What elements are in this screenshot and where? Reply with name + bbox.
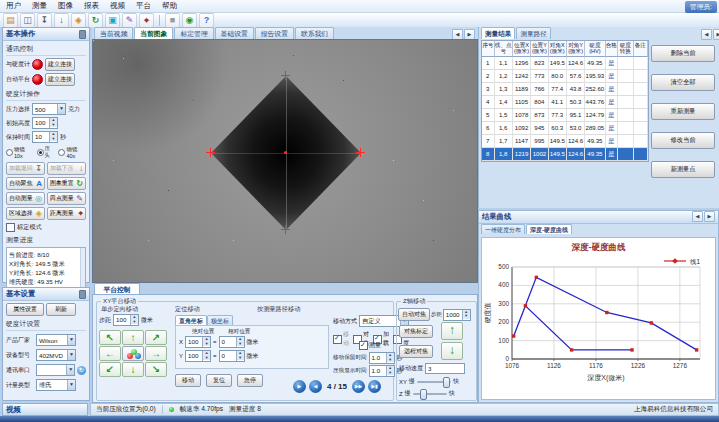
property-settings-button[interactable]: 属性设置 xyxy=(6,303,44,316)
capture-icon[interactable]: ▣ xyxy=(105,13,120,28)
move-button[interactable]: 移动 xyxy=(175,374,201,387)
indent-show-time-stepper[interactable]: 1.0 ▲▼ xyxy=(369,365,395,377)
connect-button[interactable]: 建立连接 xyxy=(45,58,75,71)
table-row[interactable]: 51,5107887377.395.1124.79是 xyxy=(482,109,648,122)
delete-current-button[interactable]: 删除当前 xyxy=(651,45,715,62)
menu-item[interactable]: 报表 xyxy=(84,1,99,11)
remote-focus-button[interactable]: 远程对焦 xyxy=(399,345,433,358)
table-row[interactable]: 71,71147995149.5124.649.35是 xyxy=(482,135,648,148)
slider-track[interactable] xyxy=(417,381,451,383)
pad-center[interactable] xyxy=(122,346,144,361)
z-up-button[interactable]: ↑ xyxy=(441,322,463,340)
menu-item[interactable]: 测量 xyxy=(32,1,47,11)
go-last-button[interactable]: ▶▮ xyxy=(368,380,381,393)
edit-measure-icon[interactable]: ✎ xyxy=(122,13,137,28)
coordinate-tab[interactable]: 极坐标 xyxy=(207,315,233,325)
menu-item[interactable]: 用户 xyxy=(6,1,21,11)
load-return-icon[interactable]: ↧ xyxy=(37,13,52,28)
tab-5[interactable]: 联系我们 xyxy=(295,27,334,39)
action-button[interactable]: 自动聚焦A xyxy=(6,177,45,190)
help-icon[interactable]: ? xyxy=(199,13,214,28)
stepper-arrows-icon[interactable]: ▲▼ xyxy=(236,337,244,347)
move-down-right-button[interactable]: ↘ xyxy=(145,362,167,377)
menu-item[interactable]: 平台 xyxy=(136,1,151,11)
stepper-arrows-icon[interactable]: ▲▼ xyxy=(202,351,210,361)
action-button[interactable]: 图象重置↻ xyxy=(47,177,86,190)
platform-nav-icon[interactable]: ◈ xyxy=(71,13,86,28)
step-forward-button[interactable]: ▶▶ xyxy=(352,380,365,393)
move-right-button[interactable]: → xyxy=(145,346,167,361)
auto-focus-icon[interactable]: ↻ xyxy=(88,13,103,28)
pin-icon[interactable] xyxy=(79,30,86,39)
slider-track[interactable] xyxy=(413,393,447,395)
tab-3[interactable]: 基础设置 xyxy=(215,27,254,39)
field-select[interactable]: 402MVD▼ xyxy=(36,349,76,361)
refresh-port-icon[interactable]: ↻ xyxy=(77,366,86,375)
objective-option[interactable]: 压头 xyxy=(37,145,56,159)
focus-calibration-button[interactable]: 对焦标定 xyxy=(399,325,433,338)
action-button[interactable]: 加载退回↧ xyxy=(6,162,45,175)
tab-scroll-left-icon[interactable]: ◀ xyxy=(701,29,712,40)
move-left-button[interactable]: ← xyxy=(99,346,121,361)
stop-icon[interactable]: ■ xyxy=(165,13,180,28)
clear-all-button[interactable]: 清空全部 xyxy=(651,74,715,91)
save-icon[interactable]: ◫ xyxy=(20,13,35,28)
z-step-stepper[interactable]: 1000 ▲▼ xyxy=(443,309,471,321)
tab-results-1[interactable]: 测量路径 xyxy=(516,27,550,39)
stepper-arrows-icon[interactable]: ▲▼ xyxy=(386,353,394,363)
stepper-arrows-icon[interactable]: ▲▼ xyxy=(49,118,57,128)
play-button[interactable]: ▶ xyxy=(293,380,306,393)
action-button[interactable]: 加载下压↓ xyxy=(47,162,86,175)
move-up-button[interactable]: ↑ xyxy=(122,330,144,345)
z-down-button[interactable]: ↓ xyxy=(441,342,463,360)
coordinate-tab[interactable]: 直角坐标 xyxy=(175,315,207,325)
remeasure-button[interactable]: 重新测量 xyxy=(651,103,715,120)
move-up-right-button[interactable]: ↗ xyxy=(145,330,167,345)
action-button[interactable]: 区域选择◈ xyxy=(6,207,45,220)
field-select[interactable]: Wilson▼ xyxy=(36,334,76,346)
pin-icon[interactable] xyxy=(79,290,86,299)
force-select[interactable]: 500 ▼ xyxy=(32,103,66,115)
auto-focus-button[interactable]: 自动对焦 xyxy=(398,308,430,321)
rel-position-stepper[interactable]: 0▲▼ xyxy=(219,350,245,362)
stepper-arrows-icon[interactable]: ▲▼ xyxy=(202,337,210,347)
table-row[interactable]: 41,4110580441.150.3443.76是 xyxy=(482,96,648,109)
move-up-left-button[interactable]: ↖ xyxy=(99,330,121,345)
stepper-arrows-icon[interactable]: ▲▼ xyxy=(462,310,470,320)
tab-curve-0[interactable]: 一维硬度分布 xyxy=(481,224,525,234)
abs-position-stepper[interactable]: 100▲▼ xyxy=(185,350,211,362)
stop-button[interactable]: 急停 xyxy=(237,374,263,387)
hold-stepper[interactable]: 10 ▲▼ xyxy=(32,131,58,143)
step-stepper[interactable]: 100 ▲▼ xyxy=(113,314,139,326)
tab-scroll-right-icon[interactable]: ▶ xyxy=(713,29,719,40)
abs-position-stepper[interactable]: 100▲▼ xyxy=(185,336,211,348)
rel-position-stepper[interactable]: 0▲▼ xyxy=(219,336,245,348)
tab-0[interactable]: 当前视频 xyxy=(94,27,133,39)
scroll-right-icon[interactable]: ▶ xyxy=(704,211,715,222)
open-file-icon[interactable]: ▤ xyxy=(3,13,18,28)
checkbox-option[interactable]: 移动 xyxy=(333,330,349,348)
menu-item[interactable]: 图像 xyxy=(58,1,73,11)
reset-button[interactable]: 复位 xyxy=(206,374,232,387)
tab-1[interactable]: 当前图象 xyxy=(134,27,173,39)
refresh-button[interactable]: 刷新 xyxy=(46,303,76,316)
action-button[interactable]: 距离测量⌖ xyxy=(47,207,86,220)
objective-option[interactable]: 物镜10x xyxy=(6,146,34,159)
action-button[interactable]: 四点测量✎ xyxy=(47,192,86,205)
slider-thumb[interactable] xyxy=(443,377,450,388)
stepper-arrows-icon[interactable]: ▲▼ xyxy=(386,366,394,376)
load-press-icon[interactable]: ↓ xyxy=(54,13,69,28)
step-back-button[interactable]: ◀ xyxy=(309,380,322,393)
field-select[interactable]: 维氏▼ xyxy=(36,379,76,391)
move-down-button[interactable]: ↓ xyxy=(122,362,144,377)
tab-results-0[interactable]: 测量结果 xyxy=(481,27,515,39)
measure-tool-icon[interactable]: ⌖ xyxy=(139,13,154,28)
stepper-arrows-icon[interactable]: ▲▼ xyxy=(236,351,244,361)
scroll-left-icon[interactable]: ◀ xyxy=(692,211,703,222)
calibration-mode-row[interactable]: 标定模式 xyxy=(6,223,86,232)
table-row[interactable]: 31,3118976677.443.8252.60是 xyxy=(482,83,648,96)
move-hold-time-stepper[interactable]: 1.0 ▲▼ xyxy=(369,352,395,364)
action-button[interactable]: 自动测量◎ xyxy=(6,192,45,205)
table-row[interactable]: 21,2124277380.057.6195.93是 xyxy=(482,70,648,83)
move-speed-input[interactable]: 3 xyxy=(425,363,465,374)
